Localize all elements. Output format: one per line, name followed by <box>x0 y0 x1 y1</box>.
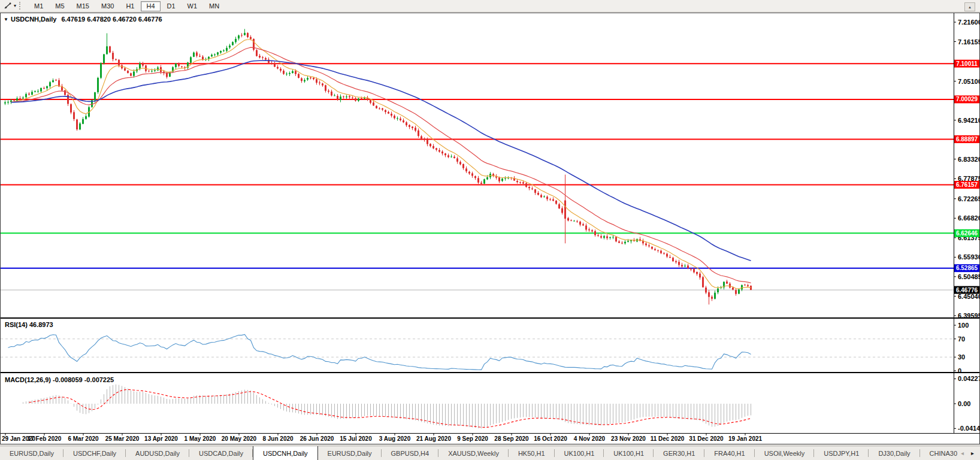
rsi-indicator-label: RSI(14) 46.8973 <box>5 321 53 328</box>
chart-tab-ger30-h1[interactable]: GER30,H1 <box>654 446 704 460</box>
svg-text:7.00029: 7.00029 <box>956 96 978 102</box>
svg-text:20 May 2020: 20 May 2020 <box>222 435 257 442</box>
svg-text:7.10011: 7.10011 <box>956 60 978 67</box>
chart-tab-uk100-h1[interactable]: UK100,H1 <box>555 446 604 460</box>
chart-symbol-label: USDCNH,Daily <box>11 16 57 23</box>
tab-scroll-arrows: ◂ ▸ <box>957 446 980 460</box>
chart-tab-hk50-h1[interactable]: HK50,H1 <box>509 446 555 460</box>
svg-text:28 Sep 2020: 28 Sep 2020 <box>494 435 529 442</box>
chart-tab-xauusd-weekly[interactable]: XAUUSD,Weekly <box>438 446 509 460</box>
chart-tab-usdcad-daily[interactable]: USDCAD,Daily <box>189 446 253 460</box>
svg-text:6.62646: 6.62646 <box>956 230 978 237</box>
chart-tab-bar: EURUSD,DailyUSDCHF,DailyAUDUSD,DailyUSDC… <box>0 446 980 460</box>
svg-text:0.00: 0.00 <box>958 400 970 407</box>
chart-tab-gbpusd-h4[interactable]: GBPUSD,H4 <box>382 446 439 460</box>
price-chart[interactable]: 7.216007.161557.051006.942106.833206.778… <box>1 13 979 444</box>
timeframe-button-m30[interactable]: M30 <box>96 1 119 11</box>
timeframe-button-w1[interactable]: W1 <box>182 1 203 11</box>
svg-text:6.76157: 6.76157 <box>956 181 978 188</box>
svg-text:31 Dec 2020: 31 Dec 2020 <box>689 435 724 442</box>
svg-text:70: 70 <box>958 335 965 343</box>
chart-tab-eurusd-daily[interactable]: EURUSD,Daily <box>318 446 382 460</box>
svg-text:6.50485: 6.50485 <box>958 273 979 280</box>
svg-text:15 Jul 2020: 15 Jul 2020 <box>340 435 372 442</box>
svg-text:30: 30 <box>958 353 965 361</box>
chart-background <box>1 13 979 444</box>
svg-text:16 Oct 2020: 16 Oct 2020 <box>534 435 567 442</box>
svg-text:26 Jun 2020: 26 Jun 2020 <box>300 435 334 442</box>
svg-text:7.05100: 7.05100 <box>958 78 979 85</box>
svg-text:1 May 2020: 1 May 2020 <box>184 435 216 442</box>
line-studies-tool-button[interactable]: ▾ <box>2 1 18 10</box>
chart-tab-uk100-h1[interactable]: UK100,H1 <box>604 446 654 460</box>
timeframe-button-d1[interactable]: D1 <box>162 1 181 11</box>
timeframe-button-h4[interactable]: H4 <box>141 1 160 11</box>
timeframe-button-mn[interactable]: MN <box>204 1 225 11</box>
svg-text:6.52865: 6.52865 <box>956 265 978 271</box>
top-toolbar: ▾ M1M5M15M30H1H4D1W1MN ▴ <box>0 0 980 12</box>
timeframe-button-m1[interactable]: M1 <box>29 1 49 11</box>
svg-text:21 Aug 2020: 21 Aug 2020 <box>416 435 451 442</box>
toolbar-overflow-button[interactable]: ▴ <box>964 2 975 11</box>
tab-scroll-right-button[interactable]: ▸ <box>967 446 978 460</box>
svg-text:6.39595: 6.39595 <box>958 312 979 319</box>
chevron-down-icon: ▾ <box>14 4 16 8</box>
svg-text:6 Mar 2020: 6 Mar 2020 <box>68 435 99 442</box>
triangle-up-icon: ▴ <box>969 5 971 10</box>
svg-text:6.46776: 6.46776 <box>956 287 978 293</box>
tab-scroll-left-button[interactable]: ◂ <box>957 446 967 460</box>
chart-tab-fra40-h1[interactable]: FRA40,H1 <box>704 446 754 460</box>
chart-tab-eurusd-daily[interactable]: EURUSD,Daily <box>0 446 63 460</box>
chart-tab-dj30-daily[interactable]: DJ30,Daily <box>869 446 919 460</box>
chart-tab-usdjpy-h1[interactable]: USDJPY,H1 <box>814 446 869 460</box>
svg-text:6.94210: 6.94210 <box>958 117 979 124</box>
macd-indicator-label: MACD(12,26,9) -0.008059 -0.007225 <box>5 376 114 383</box>
svg-text:3 Aug 2020: 3 Aug 2020 <box>379 435 411 442</box>
svg-text:19 Jan 2021: 19 Jan 2021 <box>728 435 763 442</box>
svg-text:7.21600: 7.21600 <box>958 19 979 26</box>
timeframe-button-h1[interactable]: H1 <box>120 1 140 11</box>
chart-tab-usdcnh-daily[interactable]: USDCNH,Daily <box>253 446 318 460</box>
svg-text:8 Jun 2020: 8 Jun 2020 <box>262 435 294 442</box>
svg-text:6.88897: 6.88897 <box>956 136 978 143</box>
chart-title: USDCNH,Daily6.47619 6.47820 6.46720 6.46… <box>11 16 162 23</box>
svg-text:6.66820: 6.66820 <box>958 214 979 222</box>
svg-text:0: 0 <box>958 367 961 374</box>
chart-tab-audusd-daily[interactable]: AUDUSD,Daily <box>126 446 189 460</box>
chart-tab-usoil-weekly[interactable]: USOil,Weekly <box>755 446 815 460</box>
line-tool-icon <box>4 2 13 10</box>
chart-ohlc-values: 6.47619 6.47820 6.46720 6.46776 <box>61 16 162 23</box>
svg-text:17 Feb 2020: 17 Feb 2020 <box>28 435 62 442</box>
timeframe-button-group: M1M5M15M30H1H4D1W1MN <box>28 0 225 11</box>
svg-text:23 Nov 2020: 23 Nov 2020 <box>611 435 646 442</box>
svg-text:25 Mar 2020: 25 Mar 2020 <box>105 435 140 442</box>
timeframe-button-m15[interactable]: M15 <box>71 1 95 11</box>
svg-text:11 Dec 2020: 11 Dec 2020 <box>651 435 685 442</box>
timeframe-button-m5[interactable]: M5 <box>50 1 69 11</box>
chart-dropdown-icon[interactable]: ▼ <box>4 17 8 22</box>
svg-text:13 Apr 2020: 13 Apr 2020 <box>144 435 178 442</box>
chart-tab-usdchf-daily[interactable]: USDCHF,Daily <box>63 446 126 460</box>
svg-text:100: 100 <box>958 322 969 329</box>
svg-text:7.16155: 7.16155 <box>958 38 979 46</box>
toolbar-grip[interactable] <box>19 2 23 10</box>
svg-text:-0.04148: -0.04148 <box>958 425 979 432</box>
svg-text:6.83320: 6.83320 <box>958 156 979 163</box>
chart-window: 7.216007.161557.051006.942106.833206.778… <box>0 13 980 444</box>
svg-text:0.042275: 0.042275 <box>958 375 979 382</box>
svg-text:9 Sep 2020: 9 Sep 2020 <box>457 435 488 442</box>
svg-text:4 Nov 2020: 4 Nov 2020 <box>574 435 606 442</box>
svg-text:6.55930: 6.55930 <box>958 253 979 261</box>
svg-text:6.72265: 6.72265 <box>958 195 979 202</box>
